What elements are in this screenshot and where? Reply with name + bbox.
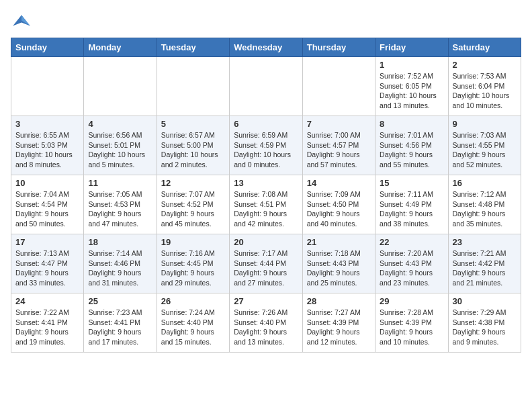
calendar-cell: 18Sunrise: 7:14 AM Sunset: 4:46 PM Dayli…	[84, 234, 157, 293]
day-info: Sunrise: 7:17 AM Sunset: 4:44 PM Dayligh…	[234, 248, 298, 288]
day-number: 27	[234, 296, 298, 306]
day-number: 20	[234, 237, 298, 247]
calendar-cell: 20Sunrise: 7:17 AM Sunset: 4:44 PM Dayli…	[230, 234, 302, 293]
day-number: 21	[307, 237, 371, 247]
day-number: 7	[307, 119, 371, 129]
day-info: Sunrise: 7:11 AM Sunset: 4:49 PM Dayligh…	[380, 189, 443, 229]
day-number: 26	[161, 296, 225, 306]
day-number: 16	[453, 178, 517, 188]
calendar-cell: 9Sunrise: 7:03 AM Sunset: 4:55 PM Daylig…	[448, 116, 521, 175]
calendar-cell: 13Sunrise: 7:08 AM Sunset: 4:51 PM Dayli…	[230, 175, 302, 234]
day-info: Sunrise: 7:01 AM Sunset: 4:56 PM Dayligh…	[380, 130, 443, 170]
day-number: 17	[15, 237, 79, 247]
calendar-cell: 26Sunrise: 7:24 AM Sunset: 4:40 PM Dayli…	[157, 293, 229, 353]
day-info: Sunrise: 7:03 AM Sunset: 4:55 PM Dayligh…	[453, 130, 517, 170]
day-number: 25	[88, 296, 152, 306]
day-info: Sunrise: 7:27 AM Sunset: 4:39 PM Dayligh…	[307, 308, 371, 347]
day-number: 2	[453, 60, 517, 70]
day-info: Sunrise: 6:55 AM Sunset: 5:03 PM Dayligh…	[15, 130, 79, 170]
calendar-cell: 11Sunrise: 7:05 AM Sunset: 4:53 PM Dayli…	[84, 175, 157, 234]
day-number: 29	[380, 296, 443, 306]
day-number: 11	[88, 178, 152, 188]
day-number: 10	[15, 178, 79, 188]
day-info: Sunrise: 7:20 AM Sunset: 4:43 PM Dayligh…	[380, 248, 443, 288]
day-info: Sunrise: 7:08 AM Sunset: 4:51 PM Dayligh…	[234, 189, 298, 229]
day-info: Sunrise: 7:14 AM Sunset: 4:46 PM Dayligh…	[88, 248, 152, 288]
column-header-saturday: Saturday	[448, 38, 521, 57]
day-info: Sunrise: 7:16 AM Sunset: 4:45 PM Dayligh…	[161, 248, 225, 288]
calendar-cell: 17Sunrise: 7:13 AM Sunset: 4:47 PM Dayli…	[11, 234, 84, 293]
day-info: Sunrise: 7:53 AM Sunset: 6:04 PM Dayligh…	[453, 71, 517, 111]
calendar-week-2: 3Sunrise: 6:55 AM Sunset: 5:03 PM Daylig…	[11, 116, 521, 175]
calendar-week-1: 1Sunrise: 7:52 AM Sunset: 6:05 PM Daylig…	[11, 57, 521, 116]
calendar-cell	[157, 57, 229, 116]
calendar-cell: 15Sunrise: 7:11 AM Sunset: 4:49 PM Dayli…	[375, 175, 448, 234]
day-number: 23	[453, 237, 517, 247]
day-number: 22	[380, 237, 443, 247]
day-info: Sunrise: 6:57 AM Sunset: 5:00 PM Dayligh…	[161, 130, 225, 170]
day-info: Sunrise: 7:04 AM Sunset: 4:54 PM Dayligh…	[15, 189, 79, 229]
column-header-thursday: Thursday	[302, 38, 375, 57]
day-info: Sunrise: 7:05 AM Sunset: 4:53 PM Dayligh…	[88, 189, 152, 229]
day-info: Sunrise: 7:07 AM Sunset: 4:52 PM Dayligh…	[161, 189, 225, 229]
column-header-sunday: Sunday	[11, 38, 84, 57]
calendar-cell: 25Sunrise: 7:23 AM Sunset: 4:41 PM Dayli…	[84, 293, 157, 353]
calendar-cell	[11, 57, 84, 116]
calendar-cell: 27Sunrise: 7:26 AM Sunset: 4:40 PM Dayli…	[230, 293, 302, 353]
day-info: Sunrise: 7:52 AM Sunset: 6:05 PM Dayligh…	[380, 71, 443, 111]
day-number: 13	[234, 178, 298, 188]
day-number: 15	[380, 178, 443, 188]
calendar-cell	[230, 57, 302, 116]
calendar-header-row: SundayMondayTuesdayWednesdayThursdayFrid…	[11, 38, 521, 57]
day-number: 8	[380, 119, 443, 129]
calendar-cell: 10Sunrise: 7:04 AM Sunset: 4:54 PM Dayli…	[11, 175, 84, 234]
calendar-cell: 19Sunrise: 7:16 AM Sunset: 4:45 PM Dayli…	[157, 234, 229, 293]
calendar-cell: 12Sunrise: 7:07 AM Sunset: 4:52 PM Dayli…	[157, 175, 229, 234]
calendar-week-3: 10Sunrise: 7:04 AM Sunset: 4:54 PM Dayli…	[11, 175, 521, 234]
day-info: Sunrise: 6:59 AM Sunset: 4:59 PM Dayligh…	[234, 130, 298, 170]
day-info: Sunrise: 7:26 AM Sunset: 4:40 PM Dayligh…	[234, 308, 298, 347]
column-header-wednesday: Wednesday	[230, 38, 302, 57]
calendar-cell: 14Sunrise: 7:09 AM Sunset: 4:50 PM Dayli…	[302, 175, 375, 234]
calendar-cell: 30Sunrise: 7:29 AM Sunset: 4:38 PM Dayli…	[448, 293, 521, 353]
calendar-cell: 2Sunrise: 7:53 AM Sunset: 6:04 PM Daylig…	[448, 57, 521, 116]
logo-icon	[11, 11, 32, 32]
day-number: 14	[307, 178, 371, 188]
logo	[11, 11, 35, 32]
calendar-cell: 22Sunrise: 7:20 AM Sunset: 4:43 PM Dayli…	[375, 234, 448, 293]
day-info: Sunrise: 7:00 AM Sunset: 4:57 PM Dayligh…	[307, 130, 371, 170]
calendar-cell	[84, 57, 157, 116]
day-info: Sunrise: 7:12 AM Sunset: 4:48 PM Dayligh…	[453, 189, 517, 229]
day-number: 6	[234, 119, 298, 129]
calendar-cell: 24Sunrise: 7:22 AM Sunset: 4:41 PM Dayli…	[11, 293, 84, 353]
day-info: Sunrise: 7:23 AM Sunset: 4:41 PM Dayligh…	[88, 308, 152, 347]
calendar-week-5: 24Sunrise: 7:22 AM Sunset: 4:41 PM Dayli…	[11, 293, 521, 353]
day-number: 4	[88, 119, 152, 129]
calendar-cell: 29Sunrise: 7:28 AM Sunset: 4:39 PM Dayli…	[375, 293, 448, 353]
day-info: Sunrise: 7:28 AM Sunset: 4:39 PM Dayligh…	[380, 308, 443, 347]
day-info: Sunrise: 7:09 AM Sunset: 4:50 PM Dayligh…	[307, 189, 371, 229]
calendar-cell: 28Sunrise: 7:27 AM Sunset: 4:39 PM Dayli…	[302, 293, 375, 353]
day-info: Sunrise: 7:22 AM Sunset: 4:41 PM Dayligh…	[15, 308, 79, 347]
calendar-cell: 21Sunrise: 7:18 AM Sunset: 4:43 PM Dayli…	[302, 234, 375, 293]
calendar-cell: 7Sunrise: 7:00 AM Sunset: 4:57 PM Daylig…	[302, 116, 375, 175]
day-info: Sunrise: 7:24 AM Sunset: 4:40 PM Dayligh…	[161, 308, 225, 347]
calendar-week-4: 17Sunrise: 7:13 AM Sunset: 4:47 PM Dayli…	[11, 234, 521, 293]
day-number: 28	[307, 296, 371, 306]
calendar-cell: 16Sunrise: 7:12 AM Sunset: 4:48 PM Dayli…	[448, 175, 521, 234]
calendar-cell: 1Sunrise: 7:52 AM Sunset: 6:05 PM Daylig…	[375, 57, 448, 116]
day-info: Sunrise: 7:13 AM Sunset: 4:47 PM Dayligh…	[15, 248, 79, 288]
column-header-friday: Friday	[375, 38, 448, 57]
day-number: 3	[15, 119, 79, 129]
day-number: 5	[161, 119, 225, 129]
day-number: 30	[453, 296, 517, 306]
calendar-cell: 3Sunrise: 6:55 AM Sunset: 5:03 PM Daylig…	[11, 116, 84, 175]
column-header-monday: Monday	[84, 38, 157, 57]
page-header	[11, 11, 521, 32]
day-number: 18	[88, 237, 152, 247]
day-info: Sunrise: 7:18 AM Sunset: 4:43 PM Dayligh…	[307, 248, 371, 288]
day-number: 9	[453, 119, 517, 129]
day-info: Sunrise: 7:21 AM Sunset: 4:42 PM Dayligh…	[453, 248, 517, 288]
calendar-cell: 5Sunrise: 6:57 AM Sunset: 5:00 PM Daylig…	[157, 116, 229, 175]
calendar-cell: 6Sunrise: 6:59 AM Sunset: 4:59 PM Daylig…	[230, 116, 302, 175]
